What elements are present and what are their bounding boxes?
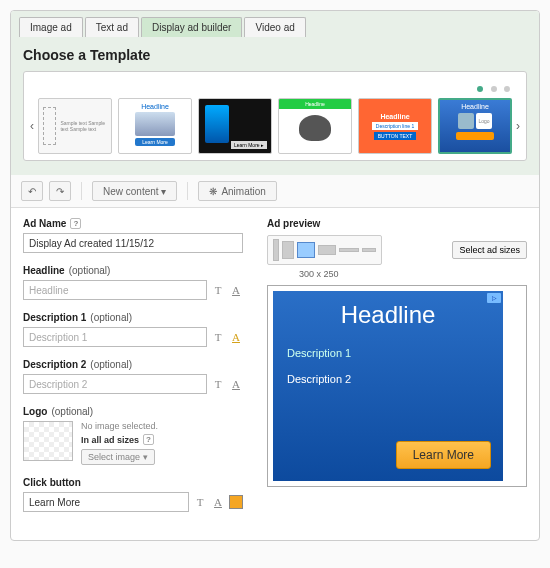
- ad-size-option[interactable]: [362, 248, 376, 252]
- template-thumb[interactable]: Headline: [278, 98, 352, 154]
- font-color-button[interactable]: A: [229, 331, 243, 343]
- separator: [187, 182, 188, 200]
- font-color-button[interactable]: A: [229, 378, 243, 390]
- new-content-dropdown[interactable]: New content ▾: [92, 181, 177, 201]
- tab-image-ad[interactable]: Image ad: [19, 17, 83, 37]
- animation-button[interactable]: ❋Animation: [198, 181, 276, 201]
- logo-info: No image selected. In all ad sizes? Sele…: [81, 421, 158, 465]
- field-click-button: Click button T A: [23, 477, 243, 512]
- field-ad-name: Ad Name?: [23, 218, 243, 253]
- ad-name-input[interactable]: [23, 233, 243, 253]
- star-icon: ❋: [209, 186, 217, 197]
- ad-name-label: Ad Name: [23, 218, 66, 229]
- template-thumb[interactable]: Learn More ▸: [198, 98, 272, 154]
- template-thumb[interactable]: Sample text Sample text Sample text: [38, 98, 112, 154]
- font-family-button[interactable]: T: [211, 378, 225, 390]
- desc1-label: Description 1: [23, 312, 86, 323]
- font-color-button[interactable]: A: [229, 284, 243, 296]
- redo-button[interactable]: ↷: [49, 181, 71, 201]
- editor-main: Ad Name? Headline(optional) T A Descript…: [11, 208, 539, 540]
- description-1-input[interactable]: [23, 327, 207, 347]
- ad-preview-panel: Ad preview Select ad sizes 300 x 250 ▷ H…: [255, 208, 539, 540]
- desc2-label: Description 2: [23, 359, 86, 370]
- font-family-button[interactable]: T: [211, 331, 225, 343]
- tab-text-ad[interactable]: Text ad: [85, 17, 139, 37]
- ad-size-option[interactable]: [273, 239, 279, 261]
- undo-button[interactable]: ↶: [21, 181, 43, 201]
- tab-display-ad-builder[interactable]: Display ad builder: [141, 17, 243, 37]
- carousel-pagination: [30, 78, 520, 96]
- click-button-input[interactable]: [23, 492, 189, 512]
- logo-label: Logo: [23, 406, 47, 417]
- current-ad-size-label: 300 x 250: [299, 269, 527, 279]
- editor-toolbar: ↶ ↷ New content ▾ ❋Animation: [11, 175, 539, 208]
- click-button-label: Click button: [23, 477, 81, 488]
- ad-size-option[interactable]: [282, 241, 294, 259]
- field-description-1: Description 1(optional) T A: [23, 312, 243, 347]
- template-thumb-selected[interactable]: Headline Logo: [438, 98, 512, 154]
- preview-title: Ad preview: [267, 218, 527, 229]
- logo-thumbnail[interactable]: [23, 421, 73, 461]
- tab-video-ad[interactable]: Video ad: [244, 17, 305, 37]
- font-family-button[interactable]: T: [211, 284, 225, 296]
- description-2-input[interactable]: [23, 374, 207, 394]
- carousel-prev-button[interactable]: ‹: [30, 106, 34, 146]
- button-color-swatch[interactable]: [229, 495, 243, 509]
- ad-size-option[interactable]: [339, 248, 359, 252]
- preview-description-2: Description 2: [287, 373, 489, 385]
- help-icon[interactable]: ?: [143, 434, 154, 445]
- optional-label: (optional): [90, 359, 132, 370]
- ad-preview: ▷ Headline Description 1 Description 2 L…: [273, 291, 503, 481]
- template-carousel: ‹ Sample text Sample text Sample text He…: [23, 71, 527, 161]
- preview-description-1: Description 1: [287, 347, 489, 359]
- help-icon[interactable]: ?: [70, 218, 81, 229]
- template-thumb[interactable]: HeadlineLearn More: [118, 98, 192, 154]
- template-thumb-list: Sample text Sample text Sample text Head…: [38, 98, 512, 154]
- template-section-title: Choose a Template: [23, 47, 527, 63]
- logo-no-image-text: No image selected.: [81, 421, 158, 431]
- field-logo: Logo(optional) No image selected. In all…: [23, 406, 243, 465]
- carousel-next-button[interactable]: ›: [516, 106, 520, 146]
- ad-form: Ad Name? Headline(optional) T A Descript…: [11, 208, 255, 540]
- optional-label: (optional): [69, 265, 111, 276]
- logo-all-sizes-text: In all ad sizes: [81, 435, 139, 445]
- select-image-dropdown[interactable]: Select image ▾: [81, 449, 155, 465]
- carousel-dot[interactable]: [504, 86, 510, 92]
- template-thumb[interactable]: HeadlineDescription line 1BUTTON TEXT: [358, 98, 432, 154]
- select-ad-sizes-button[interactable]: Select ad sizes: [452, 241, 527, 259]
- ad-size-option[interactable]: [318, 245, 336, 255]
- headline-label: Headline: [23, 265, 65, 276]
- ad-preview-canvas: ▷ Headline Description 1 Description 2 L…: [267, 285, 527, 487]
- font-family-button[interactable]: T: [193, 496, 207, 508]
- optional-label: (optional): [51, 406, 93, 417]
- separator: [81, 182, 82, 200]
- field-headline: Headline(optional) T A: [23, 265, 243, 300]
- carousel-dot[interactable]: [477, 86, 483, 92]
- optional-label: (optional): [90, 312, 132, 323]
- app-frame: Image ad Text ad Display ad builder Vide…: [10, 10, 540, 541]
- headline-input[interactable]: [23, 280, 207, 300]
- ad-type-tabs: Image ad Text ad Display ad builder Vide…: [11, 11, 539, 37]
- font-color-button[interactable]: A: [211, 496, 225, 508]
- ad-size-selector: [267, 235, 382, 265]
- preview-cta-button[interactable]: Learn More: [396, 441, 491, 469]
- ad-size-option-selected[interactable]: [297, 242, 315, 258]
- field-description-2: Description 2(optional) T A: [23, 359, 243, 394]
- carousel-dot[interactable]: [491, 86, 497, 92]
- template-section: Choose a Template ‹ Sample text Sample t…: [11, 37, 539, 175]
- preview-headline: Headline: [287, 301, 489, 329]
- adchoices-icon[interactable]: ▷: [487, 293, 501, 303]
